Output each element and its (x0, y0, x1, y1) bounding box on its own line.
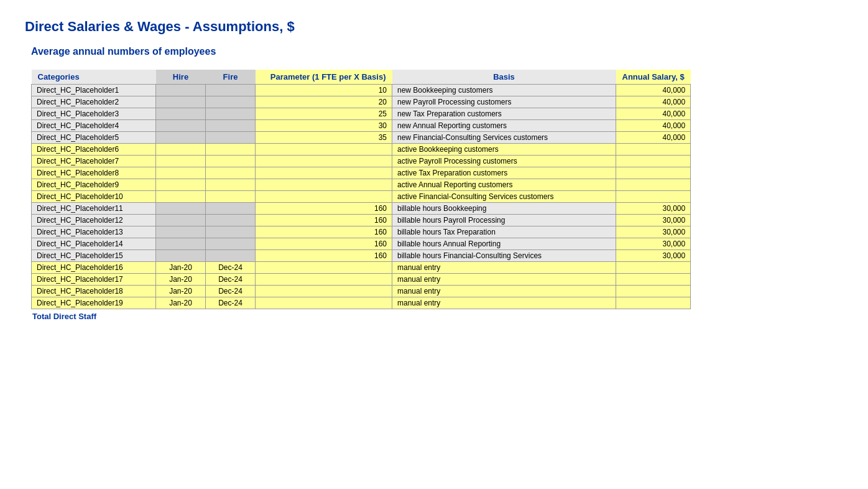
page-title: Direct Salaries & Wages - Assumptions, $ (25, 19, 843, 35)
hire-cell (156, 215, 206, 226)
basis-cell: active Annual Reporting customers (392, 179, 616, 191)
table-row: Direct_HC_Placeholder6 (32, 144, 156, 156)
fire-cell (206, 85, 256, 96)
fire-cell (206, 144, 256, 156)
hire-cell: Jan-20 (156, 297, 206, 309)
header-param: Parameter (1 FTE per X Basis) (256, 70, 392, 85)
basis-cell: new Bookkeeping customers (392, 85, 616, 96)
header-basis: Basis (392, 70, 616, 85)
param-cell: 160 (256, 226, 392, 238)
basis-cell: active Tax Preparation customers (392, 167, 616, 179)
fire-cell: Dec-24 (206, 297, 256, 309)
param-cell (256, 156, 392, 167)
table-row: Direct_HC_Placeholder2 (32, 96, 156, 108)
fire-cell (206, 215, 256, 226)
param-cell (256, 191, 392, 203)
fire-cell (206, 120, 256, 132)
fire-cell (206, 250, 256, 262)
table-row: Direct_HC_Placeholder19 (32, 297, 156, 309)
annual-salary-cell (616, 297, 691, 309)
basis-cell: billable hours Tax Preparation (392, 226, 616, 238)
assumptions-table: Categories Hire Fire Parameter (1 FTE pe… (31, 70, 691, 309)
hire-cell (156, 250, 206, 262)
annual-salary-cell (616, 179, 691, 191)
hire-cell (156, 226, 206, 238)
basis-cell: billable hours Bookkeeping (392, 203, 616, 215)
fire-cell (206, 226, 256, 238)
table-row: Direct_HC_Placeholder1 (32, 85, 156, 96)
hire-cell (156, 144, 206, 156)
annual-salary-cell: 40,000 (616, 132, 691, 144)
annual-salary-cell (616, 144, 691, 156)
header-hire: Hire (156, 70, 206, 85)
hire-cell (156, 96, 206, 108)
fire-cell: Dec-24 (206, 262, 256, 274)
fire-cell (206, 108, 256, 120)
annual-salary-cell: 40,000 (616, 120, 691, 132)
param-cell (256, 167, 392, 179)
hire-cell (156, 167, 206, 179)
hire-cell (156, 179, 206, 191)
param-cell: 20 (256, 96, 392, 108)
table-row: Direct_HC_Placeholder18 (32, 286, 156, 297)
param-cell: 160 (256, 250, 392, 262)
param-cell: 35 (256, 132, 392, 144)
fire-cell: Dec-24 (206, 286, 256, 297)
basis-cell: billable hours Payroll Processing (392, 215, 616, 226)
basis-cell: active Payroll Processing customers (392, 156, 616, 167)
table-row: Direct_HC_Placeholder16 (32, 262, 156, 274)
hire-cell: Jan-20 (156, 262, 206, 274)
section-subtitle: Average annual numbers of employees (31, 46, 843, 57)
annual-salary-cell (616, 156, 691, 167)
annual-salary-cell: 30,000 (616, 215, 691, 226)
hire-cell (156, 120, 206, 132)
param-cell: 160 (256, 203, 392, 215)
annual-salary-cell: 30,000 (616, 250, 691, 262)
table-row: Direct_HC_Placeholder3 (32, 108, 156, 120)
table-row: Direct_HC_Placeholder8 (32, 167, 156, 179)
fire-cell (206, 191, 256, 203)
annual-salary-cell: 40,000 (616, 96, 691, 108)
param-cell (256, 274, 392, 286)
hire-cell (156, 191, 206, 203)
table-row: Direct_HC_Placeholder4 (32, 120, 156, 132)
param-cell: 30 (256, 120, 392, 132)
annual-salary-cell (616, 167, 691, 179)
param-cell (256, 144, 392, 156)
basis-cell: manual entry (392, 274, 616, 286)
annual-salary-cell (616, 286, 691, 297)
annual-salary-cell: 30,000 (616, 226, 691, 238)
param-cell (256, 286, 392, 297)
basis-cell: manual entry (392, 286, 616, 297)
hire-cell (156, 238, 206, 250)
table-row: Direct_HC_Placeholder11 (32, 203, 156, 215)
fire-cell (206, 156, 256, 167)
fire-cell (206, 167, 256, 179)
hire-cell: Jan-20 (156, 274, 206, 286)
table-row: Direct_HC_Placeholder17 (32, 274, 156, 286)
total-direct-staff-label: Total Direct Staff (32, 312, 843, 321)
param-cell: 10 (256, 85, 392, 96)
param-cell: 160 (256, 238, 392, 250)
basis-cell: manual entry (392, 262, 616, 274)
hire-cell (156, 203, 206, 215)
hire-cell (156, 132, 206, 144)
header-fire: Fire (206, 70, 256, 85)
annual-salary-cell: 40,000 (616, 108, 691, 120)
annual-salary-cell (616, 262, 691, 274)
fire-cell (206, 203, 256, 215)
basis-cell: active Financial-Consulting Services cus… (392, 191, 616, 203)
hire-cell (156, 156, 206, 167)
basis-cell: new Financial-Consulting Services custom… (392, 132, 616, 144)
param-cell (256, 179, 392, 191)
table-row: Direct_HC_Placeholder7 (32, 156, 156, 167)
fire-cell (206, 238, 256, 250)
hire-cell (156, 85, 206, 96)
basis-cell: manual entry (392, 297, 616, 309)
table-row: Direct_HC_Placeholder15 (32, 250, 156, 262)
basis-cell: billable hours Annual Reporting (392, 238, 616, 250)
table-row: Direct_HC_Placeholder5 (32, 132, 156, 144)
hire-cell: Jan-20 (156, 286, 206, 297)
table-row: Direct_HC_Placeholder14 (32, 238, 156, 250)
basis-cell: billable hours Financial-Consulting Serv… (392, 250, 616, 262)
